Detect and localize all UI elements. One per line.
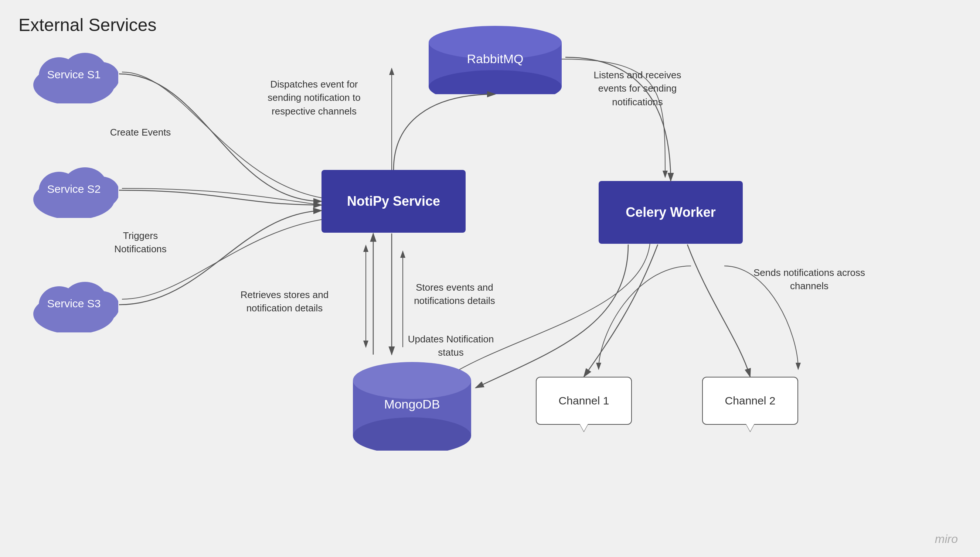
mongodb-cylinder-svg	[349, 355, 475, 451]
mongodb-node: MongoDB	[349, 355, 475, 452]
updates-notification-annotation: Updates Notification status	[399, 332, 502, 359]
svg-point-15	[429, 26, 562, 59]
service-s2-cloud-svg	[29, 159, 118, 218]
channel1-node: Channel 1	[536, 377, 632, 425]
triggers-notifications-annotation: Triggers Notifications	[100, 229, 181, 256]
service-s1-cloud-svg	[29, 44, 118, 103]
stores-events-annotation: Stores events and notifications details	[406, 281, 502, 308]
notipy-node: NotiPy Service	[321, 170, 466, 233]
sends-notifications-annotation: Sends notifications across channels	[750, 266, 868, 293]
channel1-label: Channel 1	[559, 394, 609, 407]
create-events-annotation: Create Events	[103, 125, 178, 139]
svg-point-13	[84, 291, 118, 322]
svg-point-18	[353, 362, 471, 399]
channel2-tail-inner	[746, 424, 754, 432]
notipy-label: NotiPy Service	[347, 194, 440, 209]
rabbitmq-node: RabbitMQ	[425, 20, 566, 96]
miro-watermark: miro	[935, 532, 958, 546]
listens-receives-annotation: Listens and receives events for sending …	[580, 68, 695, 109]
celery-label: Celery Worker	[626, 205, 716, 220]
svg-point-9	[84, 177, 118, 208]
rabbitmq-cylinder-svg	[425, 20, 566, 94]
svg-point-5	[84, 62, 118, 93]
channel1-inner: Channel 1	[559, 394, 609, 407]
service-s1-container: Service S1	[29, 44, 118, 105]
retrieves-stores-annotation: Retrieves stores and notification detail…	[236, 288, 333, 315]
channel2-label: Channel 2	[725, 394, 776, 407]
page-title: External Services	[18, 15, 156, 35]
channel2-node: Channel 2	[702, 377, 798, 425]
dispatches-event-annotation: Dispatches event for sending notificatio…	[259, 78, 370, 118]
channel1-tail-inner	[580, 424, 588, 432]
service-s3-cloud-svg	[29, 273, 118, 332]
service-s2-container: Service S2	[29, 159, 118, 220]
celery-node: Celery Worker	[598, 181, 743, 244]
channel2-inner: Channel 2	[725, 394, 776, 407]
service-s3-container: Service S3	[29, 273, 118, 334]
